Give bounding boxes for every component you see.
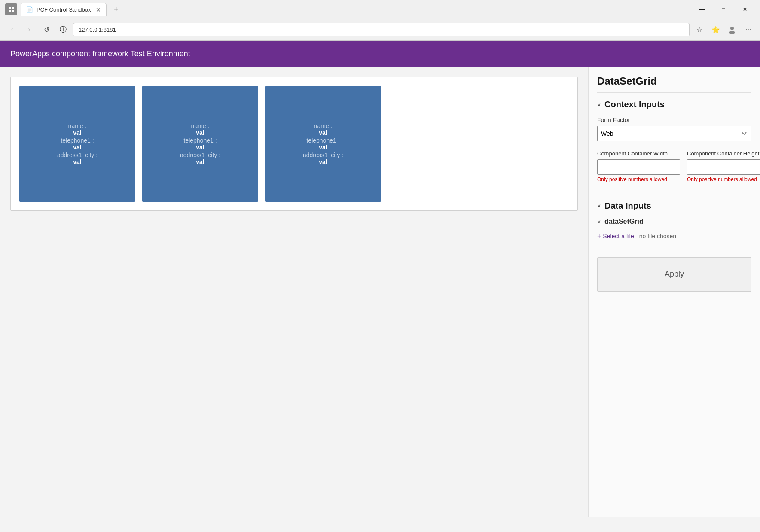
browser-chrome: 📄 PCF Control Sandbox ✕ + — □ ✕ ‹ › ↺ ⓘ … xyxy=(0,0,760,41)
plus-icon: + xyxy=(597,232,601,240)
dataset-grid-label: dataSetGrid xyxy=(604,218,644,225)
card-1-name-value: val xyxy=(68,129,87,136)
content-area: name : val telephone1 : val address1_cit… xyxy=(0,67,588,517)
card-3-address-label: address1_city : xyxy=(303,152,343,158)
maximize-button[interactable]: □ xyxy=(714,3,733,16)
card-1-address-row: address1_city : val xyxy=(57,152,98,165)
card-3-telephone-value: val xyxy=(306,144,339,151)
svg-point-4 xyxy=(730,27,734,30)
context-inputs-heading: Context Inputs xyxy=(604,100,665,109)
card-2: name : val telephone1 : val address1_cit… xyxy=(142,86,258,202)
component-container: name : val telephone1 : val address1_cit… xyxy=(10,77,578,211)
form-factor-group: Form Factor Web Tablet Phone xyxy=(597,116,751,141)
container-height-label: Component Container Height xyxy=(687,150,760,158)
data-inputs-heading: Data Inputs xyxy=(604,201,651,211)
card-3-address-row: address1_city : val xyxy=(303,152,343,165)
select-file-label: Select a file xyxy=(603,233,634,240)
container-width-error: Only positive numbers allowed xyxy=(597,176,680,183)
container-height-input[interactable] xyxy=(687,159,760,175)
container-height-error: Only positive numbers allowed xyxy=(687,176,760,183)
card-2-address-value: val xyxy=(180,158,220,165)
card-2-address-label: address1_city : xyxy=(180,152,220,158)
right-panel: DataSetGrid ∨ Context Inputs Form Factor… xyxy=(588,67,760,517)
browser-tab[interactable]: 📄 PCF Control Sandbox ✕ xyxy=(21,3,107,16)
app-title: PowerApps component framework Test Envir… xyxy=(10,49,190,58)
app-header: PowerApps component framework Test Envir… xyxy=(0,41,760,67)
card-3: name : val telephone1 : val address1_cit… xyxy=(265,86,381,202)
forward-button[interactable]: › xyxy=(22,23,36,36)
tab-close-button[interactable]: ✕ xyxy=(96,6,101,13)
new-tab-button[interactable]: + xyxy=(110,3,122,15)
more-options-button[interactable]: ··· xyxy=(742,23,755,36)
svg-rect-2 xyxy=(9,10,11,12)
data-inputs-section-header: ∨ Data Inputs xyxy=(597,201,751,211)
card-3-address-value: val xyxy=(303,158,343,165)
card-1-telephone-label: telephone1 : xyxy=(61,137,94,144)
container-height-group: Component Container Height Only positive… xyxy=(687,150,760,183)
context-inputs-section-header: ∨ Context Inputs xyxy=(597,100,751,109)
card-2-telephone-row: telephone1 : val xyxy=(183,137,217,151)
card-3-name-row: name : val xyxy=(314,122,333,136)
card-1-address-value: val xyxy=(57,158,98,165)
favorites-star-icon[interactable]: ☆ xyxy=(693,23,706,36)
card-2-telephone-value: val xyxy=(183,144,217,151)
context-inputs-chevron-icon[interactable]: ∨ xyxy=(597,102,601,108)
container-width-label: Component Container Width xyxy=(597,150,680,158)
card-1-address-label: address1_city : xyxy=(57,152,98,158)
card-3-telephone-row: telephone1 : val xyxy=(306,137,339,151)
card-3-name-label: name : xyxy=(314,122,333,129)
info-icon[interactable]: ⓘ xyxy=(57,23,70,36)
card-2-telephone-label: telephone1 : xyxy=(183,137,217,144)
card-3-name-value: val xyxy=(314,129,333,136)
section-divider xyxy=(597,192,751,192)
card-1-name-label: name : xyxy=(68,122,87,129)
profiles-icon[interactable] xyxy=(726,23,739,36)
svg-rect-1 xyxy=(12,7,14,9)
select-file-button[interactable]: + Select a file xyxy=(597,232,634,240)
address-input[interactable]: 127.0.0.1:8181 xyxy=(73,23,690,36)
panel-title: DataSetGrid xyxy=(597,75,751,93)
container-width-input[interactable] xyxy=(597,159,680,175)
collections-icon[interactable]: ⭐ xyxy=(709,23,722,36)
card-1-telephone-value: val xyxy=(61,144,94,151)
tab-doc-icon: 📄 xyxy=(26,6,33,13)
tab-title: PCF Control Sandbox xyxy=(37,6,91,13)
back-button[interactable]: ‹ xyxy=(5,23,19,36)
form-factor-select[interactable]: Web Tablet Phone xyxy=(597,126,751,141)
card-1: name : val telephone1 : val address1_cit… xyxy=(19,86,135,202)
card-2-name-label: name : xyxy=(191,122,210,129)
form-factor-label: Form Factor xyxy=(597,116,751,123)
card-2-address-row: address1_city : val xyxy=(180,152,220,165)
card-1-telephone-row: telephone1 : val xyxy=(61,137,94,151)
refresh-button[interactable]: ↺ xyxy=(40,23,53,36)
window-icon xyxy=(5,3,17,15)
apply-button[interactable]: Apply xyxy=(597,257,751,292)
no-file-chosen-text: no file chosen xyxy=(639,233,676,240)
data-inputs-chevron-icon[interactable]: ∨ xyxy=(597,203,601,209)
card-2-name-row: name : val xyxy=(191,122,210,136)
address-bar: ‹ › ↺ ⓘ 127.0.0.1:8181 ☆ ⭐ ··· xyxy=(0,19,760,40)
dataset-grid-chevron-icon[interactable]: ∨ xyxy=(597,219,601,225)
svg-rect-3 xyxy=(12,10,14,12)
card-2-name-value: val xyxy=(191,129,210,136)
svg-rect-0 xyxy=(9,7,11,9)
file-select-row: + Select a file no file chosen xyxy=(597,232,751,240)
window-controls: — □ ✕ xyxy=(692,3,755,16)
title-bar: 📄 PCF Control Sandbox ✕ + — □ ✕ xyxy=(0,0,760,19)
dataset-grid-subsection-header: ∨ dataSetGrid xyxy=(597,218,751,225)
container-width-group: Component Container Width Only positive … xyxy=(597,150,680,183)
container-dimensions-group: Component Container Width Only positive … xyxy=(597,150,751,183)
main-layout: name : val telephone1 : val address1_cit… xyxy=(0,67,760,517)
data-inputs-section: ∨ Data Inputs ∨ dataSetGrid + Select a f… xyxy=(597,201,751,240)
title-bar-left xyxy=(5,3,17,15)
minimize-button[interactable]: — xyxy=(692,3,712,16)
card-1-name-row: name : val xyxy=(68,122,87,136)
toolbar-right: ☆ ⭐ ··· xyxy=(693,23,755,36)
svg-point-5 xyxy=(729,31,735,34)
card-3-telephone-label: telephone1 : xyxy=(306,137,339,144)
close-button[interactable]: ✕ xyxy=(735,3,755,16)
